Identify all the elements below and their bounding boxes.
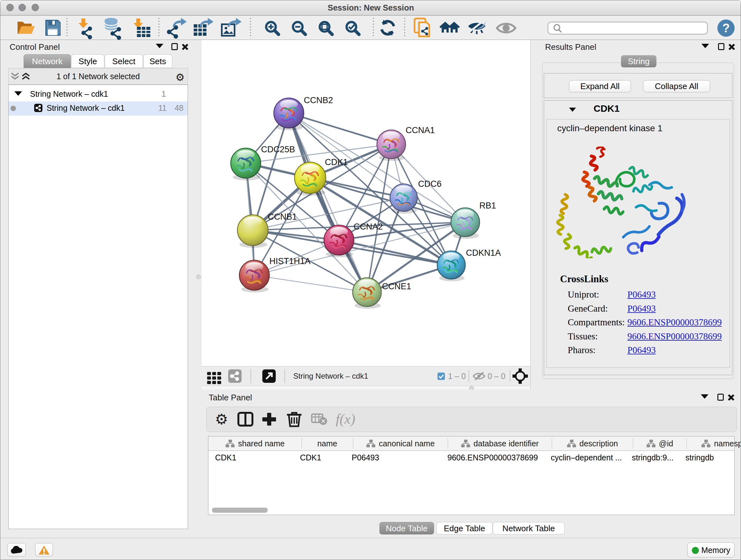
svg-text:?: ? bbox=[722, 21, 730, 35]
svg-text:⚙: ⚙ bbox=[215, 411, 228, 428]
svg-text:CCNE1: CCNE1 bbox=[382, 282, 411, 291]
svg-text:CDC6: CDC6 bbox=[418, 179, 442, 189]
svg-text:HIST1H1A: HIST1H1A bbox=[269, 256, 311, 266]
svg-text:CCNA2: CCNA2 bbox=[354, 222, 383, 232]
svg-text:RB1: RB1 bbox=[479, 201, 496, 210]
svg-text:CCNA1: CCNA1 bbox=[406, 125, 435, 135]
svg-text:CDC25B: CDC25B bbox=[261, 145, 295, 154]
svg-text:CCNB2: CCNB2 bbox=[304, 96, 333, 105]
svg-text:String Network – cdk1: String Network – cdk1 bbox=[293, 372, 368, 380]
svg-text:CDK1: CDK1 bbox=[325, 158, 348, 167]
svg-text:CCNB1: CCNB1 bbox=[268, 212, 297, 222]
svg-text:CDKN1A: CDKN1A bbox=[466, 248, 501, 258]
svg-text:f(x): f(x) bbox=[336, 411, 355, 427]
svg-text:1 – 0: 1 – 0 bbox=[448, 372, 466, 381]
svg-text:0 – 0: 0 – 0 bbox=[488, 372, 506, 381]
